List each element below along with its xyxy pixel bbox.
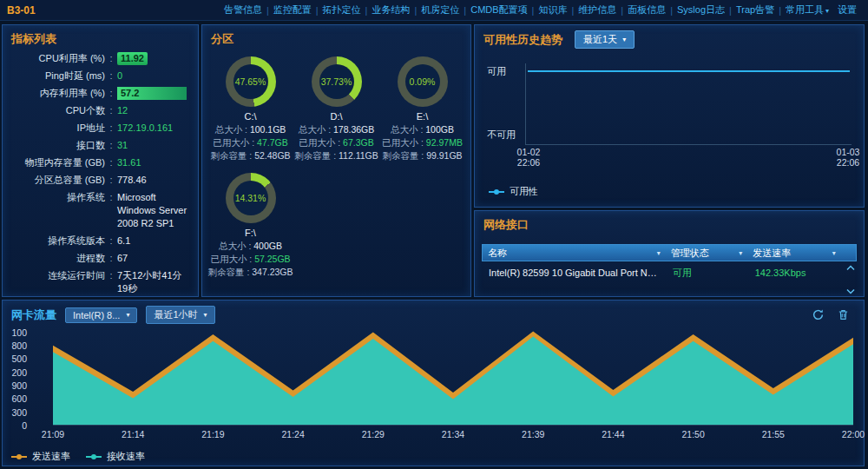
- nic-select-dropdown[interactable]: Intel(R) 8...▾: [65, 307, 137, 323]
- scroll-down-icon[interactable]: [846, 288, 855, 294]
- x-tick-label: 21:09: [42, 429, 64, 439]
- panel-title: 指标列表: [3, 25, 198, 50]
- partition-total: 总大小 : 100GB: [391, 123, 454, 136]
- stat-label: 总大小 :: [215, 124, 247, 135]
- column-header-scroll: [841, 245, 856, 261]
- partition-f: 14.31% F:\ 总大小 : 400GB 已用大小 : 57.25GB 剩余…: [207, 173, 293, 279]
- dropdown-label: Intel(R) 8...: [73, 310, 120, 320]
- topbar-menu: 告警信息 | 监控配置 | 拓扑定位 | 业务结构 | 机房定位 | CMDB配…: [220, 3, 861, 17]
- menu-item-tools[interactable]: 常用工具▾: [781, 3, 833, 17]
- indicator-row-uptime: 连续运行时间 : 7天12小时41分19秒: [6, 269, 191, 295]
- menu-item-syslog[interactable]: Syslog日志: [673, 3, 729, 17]
- stat-value: 178.36GB: [333, 124, 374, 135]
- indicator-value: 12: [117, 104, 191, 117]
- nic-traffic-panel: 网卡流量 Intel(R) 8...▾ 最近1小时▾ 1008005002009…: [2, 300, 865, 466]
- partition-total: 总大小 : 100.1GB: [215, 123, 286, 136]
- column-header-rate[interactable]: 发送速率 ▾: [747, 245, 841, 261]
- time-range-dropdown[interactable]: 最近1小时▾: [146, 306, 214, 324]
- availability-legend[interactable]: 可用性: [489, 185, 538, 198]
- indicator-row-physical-memory: 物理内存容量 (GB) : 31.61: [6, 156, 191, 169]
- indicator-separator: :: [105, 87, 117, 100]
- legend-dot: [494, 189, 499, 195]
- menu-item-business-structure[interactable]: 业务结构: [367, 3, 414, 17]
- panel-title: 可用性历史趋势: [483, 32, 562, 48]
- legend-label: 发送速率: [32, 450, 70, 463]
- menu-item-alerts[interactable]: 告警信息: [220, 3, 266, 17]
- stat-value: 92.97MB: [426, 137, 463, 148]
- y-tick-label: 800: [11, 340, 27, 351]
- availability-header: 可用性历史趋势 最近1天▾: [475, 25, 864, 49]
- table-row[interactable]: Intel(R) 82599 10 Gigabit Dual Port Netw…: [482, 261, 857, 284]
- partition-c: 47.65% C:\ 总大小 : 100.1GB 已用大小 : 47.7GB 剩…: [207, 56, 293, 162]
- table-scrollbar[interactable]: [845, 265, 857, 294]
- filter-caret-icon[interactable]: ▾: [657, 249, 661, 257]
- menu-item-settings[interactable]: 设置: [833, 3, 861, 17]
- legend-marker: [489, 188, 504, 195]
- menu-item-topology[interactable]: 拓扑定位: [319, 3, 365, 17]
- partition-free: 剩余容量 : 99.91GB: [382, 149, 462, 162]
- button-label: 最近1天: [583, 33, 617, 46]
- column-label: 管理状态: [671, 247, 709, 260]
- indicator-label: Ping时延 (ms): [6, 69, 105, 83]
- indicator-separator: :: [105, 122, 117, 135]
- indicator-separator: :: [105, 252, 117, 265]
- x-tick-label: 21:29: [362, 429, 385, 439]
- partition-percent: 14.31%: [226, 173, 276, 223]
- traffic-area-chart: [53, 330, 853, 425]
- partition-name: F:\: [245, 228, 256, 238]
- scroll-up-icon[interactable]: [846, 265, 855, 271]
- traffic-x-axis: 21:0921:1421:1921:2421:2921:3421:3921:44…: [53, 429, 853, 441]
- y-tick-label: 500: [11, 353, 27, 364]
- stat-label: 剩余容量 :: [294, 150, 336, 161]
- menu-item-panel-info[interactable]: 面板信息: [623, 3, 670, 17]
- indicator-label: 进程数: [6, 252, 105, 265]
- partition-d: 37.73% D:\ 总大小 : 178.36GB 已用大小 : 67.3GB …: [293, 56, 379, 162]
- menu-item-trap[interactable]: Trap告警: [732, 3, 779, 17]
- stat-value: 52.48GB: [254, 150, 290, 161]
- menu-item-maintenance[interactable]: 维护信息: [574, 3, 621, 17]
- caret-down-icon: ▾: [825, 7, 829, 15]
- menu-item-monitor-config[interactable]: 监控配置: [269, 3, 316, 17]
- y-tick-label: 900: [11, 380, 27, 391]
- indicator-separator: :: [105, 174, 117, 187]
- filter-caret-icon[interactable]: ▾: [832, 249, 836, 257]
- partition-used: 已用大小 : 92.97MB: [382, 136, 463, 149]
- x-tick-label: 21:24: [281, 429, 304, 439]
- partition-name: E:\: [417, 111, 428, 122]
- value-bar: 57.2: [117, 87, 187, 100]
- caret-down-icon: ▾: [204, 311, 207, 319]
- menu-item-room-location[interactable]: 机房定位: [417, 3, 464, 17]
- stat-label: 总大小 :: [219, 241, 251, 251]
- partition-used: 已用大小 : 67.3GB: [299, 136, 373, 149]
- stat-value: 100GB: [425, 124, 454, 135]
- menu-item-cmdb[interactable]: CMDB配置项: [466, 3, 531, 17]
- indicator-label: 操作系统版本: [6, 234, 105, 248]
- x-tick-label: 21:39: [522, 429, 544, 439]
- stat-label: 剩余容量 :: [210, 150, 252, 161]
- indicator-value: 11.92: [117, 52, 191, 65]
- legend-item-send[interactable]: 发送速率: [11, 450, 70, 463]
- panel-title: 网络接口: [475, 211, 864, 235]
- delete-icon[interactable]: [837, 308, 850, 321]
- column-header-name[interactable]: 名称 ▾: [483, 245, 666, 261]
- legend-dot: [91, 454, 96, 459]
- stat-label: 已用大小 :: [382, 137, 424, 148]
- interface-name: Intel(R) 82599 10 Gigabit Dual Port Netw…: [482, 268, 666, 278]
- indicator-row-cpu-usage: CPU利用率 (%) : 11.92: [6, 52, 191, 65]
- indicator-value: 6.1: [117, 234, 191, 248]
- indicator-separator: :: [105, 234, 117, 248]
- app-root: B3-01 告警信息 | 监控配置 | 拓扑定位 | 业务结构 | 机房定位 |…: [0, 0, 868, 469]
- indicator-separator: :: [105, 104, 117, 117]
- x-tick-label: 21:19: [201, 429, 224, 439]
- partition-gauge: 47.65%: [226, 56, 276, 107]
- refresh-icon[interactable]: [812, 308, 825, 321]
- column-header-status[interactable]: 管理状态 ▾: [666, 245, 748, 261]
- indicator-row-ip: IP地址 : 172.19.0.161: [6, 122, 191, 135]
- time-range-button[interactable]: 最近1天▾: [575, 30, 635, 49]
- legend-item-recv[interactable]: 接收速率: [86, 450, 145, 463]
- indicator-list-panel: 指标列表 CPU利用率 (%) : 11.92 Ping时延 (ms) : 0 …: [2, 24, 199, 297]
- partition-gauge: 37.73%: [312, 56, 362, 107]
- menu-item-knowledge-base[interactable]: 知识库: [534, 3, 571, 17]
- filter-caret-icon[interactable]: ▾: [739, 249, 742, 257]
- caret-down-icon: ▾: [622, 36, 626, 43]
